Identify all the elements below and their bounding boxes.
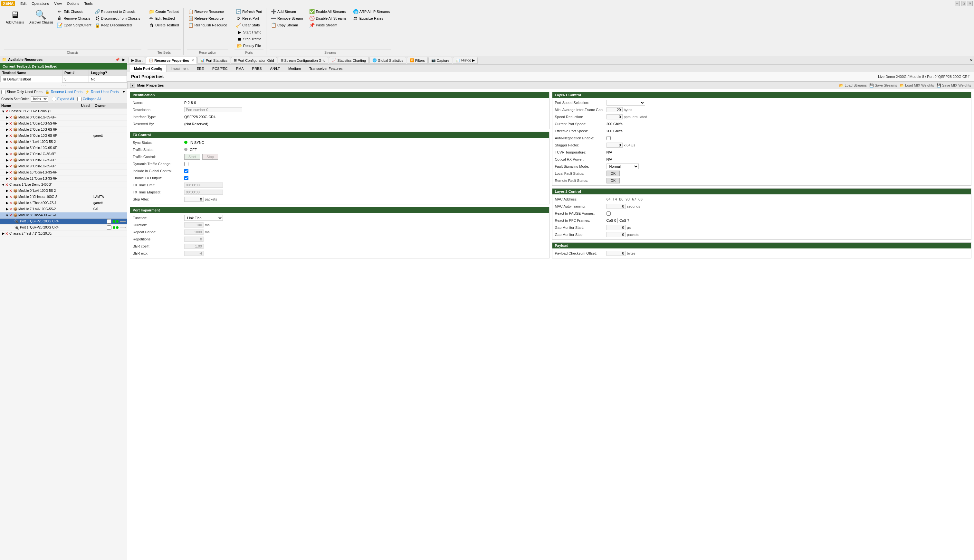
menu-operations[interactable]: Operations [29,1,52,6]
edit-chassis-button[interactable]: ✏ Edit Chassis [56,8,92,15]
resource-props-tab-close[interactable]: ✕ [191,58,194,62]
mod8b-expand[interactable]: ▼ [5,213,9,217]
chassis2-expand[interactable]: ▶ [1,232,5,236]
tab-filters[interactable]: 🔽 Filters [407,57,428,64]
menu-options[interactable]: Options [64,1,82,6]
reconnect-chassis-button[interactable]: 🔗 Reconnect to Chassis [94,8,142,15]
add-chassis-button[interactable]: 🖥 Add Chassis [4,8,26,25]
tab-statistics-charting[interactable]: 📈 Statistics Charting [329,57,369,64]
ports-toolbar-arrow[interactable]: ▼ [122,90,125,94]
function-select[interactable]: Link Flap [184,215,223,221]
min-avg-ifg-input[interactable] [606,107,623,112]
tab-global-statistics[interactable]: 🌐 Global Statistics [369,57,406,64]
port-config-tab-pcs-fec[interactable]: PCS/FEC [208,65,232,72]
mod4-expand[interactable]: ▶ [5,140,9,144]
replay-file-button[interactable]: 📂 Replay File [236,42,262,49]
tree-item-chassis2[interactable]: ▶ ✕ Chassis 2 'Test .41' (10.20.30. [0,231,127,237]
tree-item-mod3[interactable]: ▶ ✕ 📦 Module 3 'Odin-10G-6S-6F garrett [0,133,127,139]
speed-reduction-input[interactable] [606,114,623,119]
mod5-expand[interactable]: ▶ [5,146,9,150]
load-mix-weights-button[interactable]: 📂 Load MIX Weights [900,83,934,88]
testbed-row[interactable]: 🖥 Default testbed 5 No [0,76,127,83]
tab-histog[interactable]: 📊 Histog ▶ [453,57,478,64]
paste-stream-button[interactable]: 📌 Paste Stream [308,22,347,28]
tree-item-mod7b[interactable]: ▶ ✕ 📦 Module 7 'Loki-100G-5S-2 0-0 [0,206,127,212]
ber-coeff-input[interactable] [184,243,204,249]
tab-start[interactable]: ▶ Start [129,57,145,64]
mod0b-expand[interactable]: ▶ [5,188,9,193]
port-config-tab-medium[interactable]: Medium [284,65,305,72]
tree-item-port0[interactable]: 🔌 Port 0 'QSFP28 200G CR4 [0,218,127,225]
tree-item-mod10[interactable]: ▶ ✕ 📦 Module 10 'Odin-1G-3S-6F [0,170,127,176]
tree-item-chassis0[interactable]: ▼ ✕ Chassis 0 'L23 Live Demo' (1 [0,108,127,115]
mod8a-expand[interactable]: ▶ [5,158,9,162]
tree-item-mod9[interactable]: ▶ ✕ 📦 Module 9 'Odin-1G-3S-6P' [0,163,127,170]
mod0-expand[interactable]: ▶ [5,115,9,119]
tab-stream-config-grid[interactable]: ⊞ Stream Configuration Grid [277,57,329,64]
relinquish-resource-button[interactable]: 📋 Relinquish Resource [187,22,229,28]
keep-disconnected-button[interactable]: 🔒 Keep Disconnected [94,22,142,28]
tx-time-limit-input[interactable] [184,182,223,188]
menu-tools[interactable]: Tools [82,1,95,6]
tree-item-mod5[interactable]: ▶ ✕ 📦 Module 5 'Odin-10G-6S-6F [0,145,127,151]
mac-auto-training-input[interactable] [606,204,626,209]
tree-item-chassis1[interactable]: ▼ ✕ Chassis 1 'Live Demo 2400G' [0,182,127,188]
disconnect-chassis-button[interactable]: ⛓ Disconnect from Chassis [94,15,142,22]
traffic-start-button[interactable]: Start [184,154,200,160]
clear-stats-button[interactable]: 🧹 Clear Stats [234,22,264,28]
enable-all-streams-button[interactable]: ✅ Enable All Streams [308,8,347,15]
panel-pin-icon[interactable]: 📌 [115,58,120,62]
tree-item-mod4b[interactable]: ▶ ✕ 📦 Module 4 'Thor-400G-7S-1 garrett [0,200,127,206]
start-traffic-button[interactable]: ▶ Start Traffic [236,29,262,35]
port-config-tab-pma[interactable]: PMA [232,65,248,72]
ber-exp-input[interactable] [184,251,204,256]
refresh-port-button[interactable]: 🔄 Refresh Port [234,8,264,15]
description-input[interactable] [184,107,242,112]
reset-used-label[interactable]: Reset Used Ports [91,90,119,94]
port-config-tab-impairment[interactable]: Impairment [167,65,193,72]
repeat-period-input[interactable] [184,230,204,235]
tree-item-mod8a[interactable]: ▶ ✕ 📦 Module 8 'Odin-1G-3S-6P' [0,157,127,163]
tab-resource-properties[interactable]: 📋 Resource Properties ✕ [146,57,197,64]
delete-testbed-button[interactable]: 🗑 Delete Testbed [147,22,180,28]
duration-input[interactable] [184,222,204,228]
stagger-factor-input[interactable] [606,143,623,148]
load-streams-button[interactable]: 📂 Load Streams [839,83,866,88]
mod3-expand[interactable]: ▶ [5,133,9,138]
discover-chassis-button[interactable]: 🔍 Discover Chassis [27,8,55,25]
mod7a-expand[interactable]: ▶ [5,152,9,156]
stop-traffic-button[interactable]: ⏹ Stop Traffic [236,36,262,42]
tree-item-mod0[interactable]: ▶ ✕ 📦 Module 0 'Odin-1G-3S-6P- [0,115,127,121]
tree-item-mod7a[interactable]: ▶ ✕ 📦 Module 7 'Odin-1G-3S-6P' [0,151,127,157]
port1-checkbox[interactable] [107,225,112,230]
panel-arrow-icon[interactable]: ▶ [122,58,125,62]
tabs-close-icon[interactable]: ✕ [970,58,973,62]
tree-item-mod0b[interactable]: ▶ ✕ 📦 Module 0 'Loki-100G-5S-2 [0,188,127,194]
port-speed-select[interactable] [606,100,645,105]
tree-item-port1[interactable]: 🔌 Port 1 'QSFP28 200G CR4 [0,225,127,231]
mod10-expand[interactable]: ▶ [5,170,9,175]
payload-checksum-input[interactable] [606,251,626,256]
port0-checkbox[interactable] [107,219,112,224]
reserve-resource-button[interactable]: 📋 Reserve Resource [187,8,229,15]
maximize-button[interactable]: □ [961,1,966,6]
remote-fault-button[interactable]: OK [606,178,620,183]
remove-chassis-button[interactable]: 🗑 Remove Chassis [56,15,92,22]
arp-all-ip-streams-button[interactable]: 🌐 ARP All IP Streams [352,8,391,15]
mod4b-expand[interactable]: ▶ [5,201,9,205]
save-mix-weights-button[interactable]: 💾 Save MIX Weights [937,83,971,88]
port1-reserve-button[interactable] [120,227,125,228]
chassis1-expand[interactable]: ▼ [1,183,5,187]
mod11-expand[interactable]: ▶ [5,177,9,180]
menu-view[interactable]: View [52,1,64,6]
close-button[interactable]: ✕ [967,1,973,6]
release-resource-button[interactable]: 📋 Release Resource [187,15,229,22]
port0-reserve-button[interactable] [120,221,125,222]
tab-port-config-grid[interactable]: ⊞ Port Configuration Grid [231,57,277,64]
expand-all-checkbox[interactable] [52,97,56,101]
dynamic-traffic-checkbox[interactable] [184,162,189,166]
mod2b-expand[interactable]: ▶ [5,195,9,199]
add-stream-button[interactable]: ➕ Add Stream [270,8,304,15]
mod9-expand[interactable]: ▶ [5,164,9,168]
include-global-checkbox[interactable] [184,169,189,173]
